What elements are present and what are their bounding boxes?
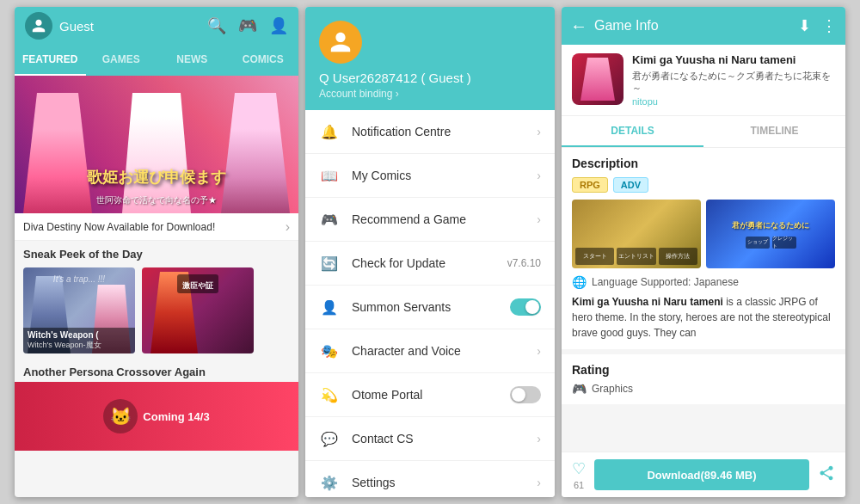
trap-text: It's a trap... !!! <box>23 274 135 284</box>
more-icon[interactable]: ⋮ <box>821 16 837 35</box>
otome-toggle[interactable] <box>510 386 541 403</box>
download-button[interactable]: Download(89.46 MB) <box>594 459 809 490</box>
ss1-btn2: エントリスト <box>618 252 654 261</box>
menu-item-otome[interactable]: 💫 Otome Portal <box>305 373 555 417</box>
screen-game-info: ← Game Info ⬇ ⋮ Kimi ga Yuusha ni Naru t… <box>562 7 845 497</box>
menu-item-update[interactable]: 🔄 Check for Update v7.6.10 <box>305 242 555 286</box>
game-card-2[interactable]: 激臣や証 <box>142 267 254 353</box>
tag-rpg[interactable]: RPG <box>572 177 608 193</box>
detail-tabs: DETAILS TIMELINE <box>562 116 845 148</box>
user-avatar <box>25 12 52 40</box>
game-thumb-1: It's a trap... !!! Witch's Weapon ( Witc… <box>23 267 135 353</box>
menu-list: 🔔 Notification Centre › 📖 My Comics › 🎮 … <box>305 110 555 497</box>
rating-icon: 🎮 <box>572 382 587 396</box>
download-icon-top[interactable]: ⬇ <box>798 16 811 35</box>
chevron-icon-2: › <box>537 169 541 182</box>
game-footer: ♡ 61 Download(89.46 MB) <box>562 452 845 497</box>
page-title: Game Info <box>594 18 791 34</box>
settings-label: Settings <box>352 476 525 489</box>
news-bar[interactable]: Diva Destiny Now Available for Download!… <box>15 213 298 241</box>
contact-icon: 💬 <box>319 428 340 449</box>
notification-icon: 🔔 <box>319 121 340 142</box>
chevron-icon-5: › <box>537 432 541 446</box>
language-support: 🌐 Language Supported: Japanese <box>572 275 835 289</box>
game-details: Kimi ga Yuusha ni Naru tameni 君が勇者になるために… <box>632 53 835 107</box>
language-icon: 🌐 <box>572 275 587 289</box>
heart-icon: ♡ <box>572 459 586 478</box>
game2-badge: 激臣や証 <box>182 281 213 290</box>
banner-subtitle: 世阿弥命で活なで向な名の予★ <box>15 194 298 206</box>
chevron-icon-4: › <box>537 344 541 358</box>
search-icon[interactable]: 🔍 <box>207 16 226 35</box>
tab-games[interactable]: GAMES <box>86 45 157 76</box>
game-thumb-2: 激臣や証 <box>142 267 254 353</box>
gamepad-icon[interactable]: 🎮 <box>238 16 257 35</box>
featured-banner[interactable]: 歌姫お運び申候ます 世阿弥命で活なで向な名の予★ <box>15 76 298 213</box>
tag-adv[interactable]: ADV <box>613 177 648 193</box>
topbar-screen1: Guest 🔍 🎮 👤 <box>15 7 298 45</box>
game-name-1: Witch's Weapon ( <box>28 330 131 340</box>
update-label: Check for Update <box>352 256 495 270</box>
otome-label: Otome Portal <box>352 388 498 402</box>
comics-label: My Comics <box>352 169 525 182</box>
tab-details[interactable]: DETAILS <box>562 116 703 147</box>
user-icon-menu <box>319 21 362 64</box>
topbar-game-info: ← Game Info ⬇ ⋮ <box>562 7 845 45</box>
menu-item-recommend[interactable]: 🎮 Recommend a Game › <box>305 198 555 242</box>
ss1-btn1: スタート <box>583 252 607 261</box>
menu-item-notification[interactable]: 🔔 Notification Centre › <box>305 110 555 154</box>
tab-timeline[interactable]: TIMELINE <box>703 116 845 147</box>
chevron-icon: › <box>537 125 541 138</box>
topbar-actions: ⬇ ⋮ <box>798 16 837 35</box>
settings-icon: ⚙️ <box>319 472 340 493</box>
menu-item-summon[interactable]: 👤 Summon Servants <box>305 286 555 329</box>
account-binding[interactable]: Account binding › <box>319 88 541 100</box>
coming-banner[interactable]: 🐱 Coming 14/3 <box>15 382 298 451</box>
screenshot-1[interactable]: スタート エントリスト 操作方法 <box>572 200 701 268</box>
summon-icon: 👤 <box>319 297 340 317</box>
profile-icon[interactable]: 👤 <box>269 16 288 35</box>
tab-news[interactable]: NEWS <box>157 45 228 76</box>
game-sub-1: Witch's Weapon-魔女 <box>28 340 131 351</box>
summon-label: Summon Servants <box>352 300 498 314</box>
menu-header: Q User26287412 ( Guest ) Account binding… <box>305 7 555 110</box>
screenshots: スタート エントリスト 操作方法 <box>572 200 835 268</box>
desc-bold: Kimi ga Yuusha ni Naru tameni <box>572 296 723 308</box>
another-section-title: Another Persona Crossover Again <box>15 360 298 382</box>
language-text: Language Supported: Japanese <box>592 276 739 288</box>
like-count: 61 <box>574 480 584 490</box>
sneak-peek-title: Sneak Peek of the Day <box>15 241 298 264</box>
back-button[interactable]: ← <box>570 16 587 36</box>
screen-featured: Guest 🔍 🎮 👤 FEATURED GAMES NEWS COMICS 歌… <box>15 7 298 497</box>
menu-item-character[interactable]: 🎭 Character and Voice › <box>305 329 555 373</box>
like-button[interactable]: ♡ 61 <box>572 459 586 490</box>
summon-toggle[interactable] <box>510 298 541 316</box>
rating-section: Rating 🎮 Graphics <box>562 354 845 404</box>
version-label: v7.6.10 <box>507 257 541 269</box>
recommend-label: Recommend a Game <box>352 212 525 226</box>
game-card-1[interactable]: It's a trap... !!! Witch's Weapon ( Witc… <box>23 267 135 353</box>
banner-title: 歌姫お運び申候ます <box>87 167 226 187</box>
comics-icon: 📖 <box>319 165 340 186</box>
tab-comics[interactable]: COMICS <box>228 45 299 76</box>
ss2-btn1: ショップ <box>747 238 768 246</box>
game-overlay-1: Witch's Weapon ( Witch's Weapon-魔女 <box>23 328 135 353</box>
menu-item-settings[interactable]: ⚙️ Settings › <box>305 461 555 497</box>
rating-title: Rating <box>572 363 835 377</box>
detail-body: Description RPG ADV スタート <box>562 148 845 452</box>
genre-tags: RPG ADV <box>572 177 835 193</box>
description-section: Description RPG ADV スタート <box>562 148 845 349</box>
game-subtitle: 君が勇者になるために～クズ勇者たちに花束を～ <box>632 70 835 95</box>
menu-item-contact[interactable]: 💬 Contact CS › <box>305 417 555 461</box>
chevron-icon-6: › <box>537 476 541 489</box>
game-header: Kimi ga Yuusha ni Naru tameni 君が勇者になるために… <box>562 45 845 116</box>
screen-menu: Q User26287412 ( Guest ) Account binding… <box>305 7 555 497</box>
otome-icon: 💫 <box>319 384 340 405</box>
username-label: Guest <box>59 19 200 34</box>
tab-featured[interactable]: FEATURED <box>15 45 86 76</box>
menu-item-comics[interactable]: 📖 My Comics › <box>305 154 555 198</box>
screenshot-2[interactable]: 君が勇者になるために ショップ クレジット <box>706 200 835 268</box>
coming-text: Coming 14/3 <box>143 410 209 423</box>
share-button[interactable] <box>818 464 835 486</box>
topbar-icons: 🔍 🎮 👤 <box>207 16 288 35</box>
